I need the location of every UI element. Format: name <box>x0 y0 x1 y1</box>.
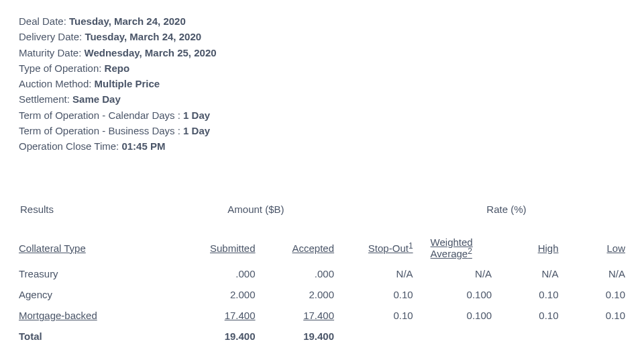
delivery-date-value: Tuesday, March 24, 2020 <box>85 31 201 42</box>
rate-heading: Rate (%) <box>335 204 624 215</box>
data-table: Treasury.000.000N/AN/AN/AN/AAgency2.0002… <box>19 263 625 347</box>
table-row: Mortgage-backed17.40017.4000.100.1000.10… <box>19 305 625 326</box>
term-business-label: Term of Operation - Business Days : <box>19 125 183 136</box>
cell-high: 0.10 <box>492 284 558 305</box>
results-container: Results Amount ($B) Rate (%) Collateral … <box>19 202 625 347</box>
col-stop-out: Stop-Out1 <box>334 232 413 263</box>
cell-stop-out: 0.10 <box>334 305 413 326</box>
close-time-value: 01:45 PM <box>121 140 165 152</box>
term-calendar-label: Term of Operation - Calendar Days : <box>19 109 183 121</box>
col-collateral-type: Collateral Type <box>19 232 176 263</box>
results-heading: Results <box>20 204 176 215</box>
stop-out-footnote: 1 <box>409 241 413 251</box>
term-calendar-value: 1 Day <box>183 109 210 121</box>
term-business-value: 1 Day <box>183 125 210 136</box>
table-row: Agency2.0002.0000.100.1000.100.10 <box>19 284 625 305</box>
operation-type-row: Type of Operation: Repo <box>19 60 625 76</box>
close-time-row: Operation Close Time: 01:45 PM <box>19 138 625 154</box>
col-high: High <box>492 232 558 263</box>
deal-date-value: Tuesday, March 24, 2020 <box>69 15 186 27</box>
weighted-text-2: Average <box>431 248 468 259</box>
settlement-value: Same Day <box>72 93 121 105</box>
cell-stop-out: N/A <box>334 263 413 284</box>
total-label: Total <box>19 326 176 347</box>
cell-submitted: .000 <box>176 263 256 284</box>
total-accepted: 19.400 <box>256 326 335 347</box>
cell-stop-out: 0.10 <box>334 284 413 305</box>
table-row: Treasury.000.000N/AN/AN/AN/A <box>19 263 625 284</box>
delivery-date-label: Delivery Date: <box>19 31 85 42</box>
cell-accepted: 2.000 <box>256 284 335 305</box>
cell-collateral-type: Agency <box>19 284 176 305</box>
col-submitted: Submitted <box>176 232 256 263</box>
weighted-text-1: Weighted <box>431 236 492 248</box>
cell-submitted: 2.000 <box>176 284 256 305</box>
col-weighted-avg: Weighted Average2 <box>413 232 492 263</box>
close-time-label: Operation Close Time: <box>19 140 121 152</box>
operation-details: Deal Date: Tuesday, March 24, 2020 Deliv… <box>19 13 625 154</box>
cell-high: 0.10 <box>492 305 558 326</box>
weighted-footnote: 2 <box>468 247 472 256</box>
cell-collateral-type: Mortgage-backed <box>19 305 176 326</box>
amount-heading: Amount ($B) <box>178 204 334 215</box>
cell-collateral-type: Treasury <box>19 263 176 284</box>
section-headers: Results Amount ($B) Rate (%) <box>19 202 625 216</box>
auction-method-value: Multiple Price <box>95 78 160 89</box>
col-low: Low <box>559 232 625 263</box>
cell-weighted-avg: 0.100 <box>413 284 492 305</box>
maturity-date-value: Wednesday, March 25, 2020 <box>85 47 217 58</box>
cell-accepted: .000 <box>256 263 335 284</box>
deal-date-label: Deal Date: <box>19 15 69 27</box>
col-accepted: Accepted <box>256 232 335 263</box>
operation-type-label: Type of Operation: <box>19 62 105 74</box>
column-headers: Collateral Type Submitted Accepted Stop-… <box>19 232 625 263</box>
total-row: Total19.40019.400 <box>19 326 625 347</box>
cell-high: N/A <box>492 263 558 284</box>
delivery-date-row: Delivery Date: Tuesday, March 24, 2020 <box>19 29 625 44</box>
term-calendar-row: Term of Operation - Calendar Days : 1 Da… <box>19 107 625 123</box>
deal-date-row: Deal Date: Tuesday, March 24, 2020 <box>19 13 625 29</box>
cell-weighted-avg: 0.100 <box>413 305 492 326</box>
settlement-label: Settlement: <box>19 93 72 105</box>
total-submitted: 19.400 <box>176 326 256 347</box>
cell-low: 0.10 <box>559 305 625 326</box>
maturity-date-row: Maturity Date: Wednesday, March 25, 2020 <box>19 45 625 60</box>
stop-out-text: Stop-Out <box>368 243 409 254</box>
term-business-row: Term of Operation - Business Days : 1 Da… <box>19 123 625 138</box>
maturity-date-label: Maturity Date: <box>19 47 85 58</box>
auction-method-label: Auction Method: <box>19 78 95 89</box>
cell-submitted: 17.400 <box>176 305 256 326</box>
operation-type-value: Repo <box>105 62 130 74</box>
cell-low: N/A <box>559 263 625 284</box>
settlement-row: Settlement: Same Day <box>19 91 625 107</box>
cell-accepted: 17.400 <box>256 305 335 326</box>
cell-weighted-avg: N/A <box>413 263 492 284</box>
auction-method-row: Auction Method: Multiple Price <box>19 76 625 91</box>
cell-low: 0.10 <box>559 284 625 305</box>
